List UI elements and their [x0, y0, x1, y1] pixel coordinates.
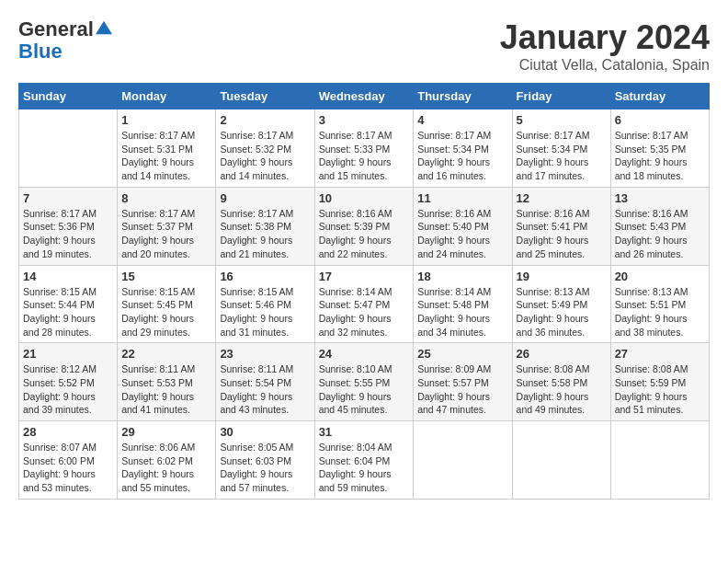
day-number: 16	[220, 270, 310, 283]
day-number: 17	[319, 270, 410, 283]
page-header: General Blue January 2024 Ciutat Vella, …	[18, 18, 710, 74]
month-title: January 2024	[500, 18, 710, 57]
day-number: 3	[319, 113, 410, 127]
day-number: 31	[319, 425, 410, 439]
calendar-cell: 23Sunrise: 8:11 AM Sunset: 5:54 PM Dayli…	[216, 343, 314, 421]
cell-info: Sunrise: 8:12 AM Sunset: 5:52 PM Dayligh…	[23, 362, 113, 417]
calendar-cell: 30Sunrise: 8:05 AM Sunset: 6:03 PM Dayli…	[216, 421, 314, 500]
cell-info: Sunrise: 8:08 AM Sunset: 5:59 PM Dayligh…	[615, 362, 705, 417]
cell-info: Sunrise: 8:10 AM Sunset: 5:55 PM Dayligh…	[319, 362, 410, 417]
calendar-cell: 7Sunrise: 8:17 AM Sunset: 5:36 PM Daylig…	[19, 187, 118, 265]
calendar-cell: 18Sunrise: 8:14 AM Sunset: 5:48 PM Dayli…	[414, 265, 512, 343]
day-number: 5	[517, 113, 607, 127]
calendar-cell: 28Sunrise: 8:07 AM Sunset: 6:00 PM Dayli…	[19, 421, 118, 500]
day-number: 14	[23, 270, 113, 283]
cell-info: Sunrise: 8:15 AM Sunset: 5:46 PM Dayligh…	[220, 285, 310, 339]
cell-info: Sunrise: 8:07 AM Sunset: 6:00 PM Dayligh…	[23, 441, 113, 495]
calendar-table: SundayMondayTuesdayWednesdayThursdayFrid…	[18, 83, 710, 500]
calendar-cell: 16Sunrise: 8:15 AM Sunset: 5:46 PM Dayli…	[216, 265, 314, 343]
day-number: 1	[121, 113, 211, 127]
calendar-cell: 12Sunrise: 8:16 AM Sunset: 5:41 PM Dayli…	[512, 187, 610, 265]
calendar-cell: 25Sunrise: 8:09 AM Sunset: 5:57 PM Dayli…	[414, 343, 512, 421]
calendar-cell: 4Sunrise: 8:17 AM Sunset: 5:34 PM Daylig…	[414, 109, 512, 188]
calendar-cell: 24Sunrise: 8:10 AM Sunset: 5:55 PM Dayli…	[314, 343, 414, 421]
weekday-header: Wednesday	[314, 84, 414, 109]
calendar-cell	[414, 421, 512, 500]
day-number: 23	[220, 347, 310, 361]
cell-info: Sunrise: 8:17 AM Sunset: 5:35 PM Dayligh…	[615, 129, 705, 183]
day-number: 8	[121, 191, 211, 205]
day-number: 13	[615, 191, 705, 205]
cell-info: Sunrise: 8:16 AM Sunset: 5:40 PM Dayligh…	[417, 207, 507, 261]
calendar-cell: 14Sunrise: 8:15 AM Sunset: 5:44 PM Dayli…	[19, 265, 118, 343]
cell-info: Sunrise: 8:17 AM Sunset: 5:32 PM Dayligh…	[220, 129, 310, 183]
calendar-cell: 1Sunrise: 8:17 AM Sunset: 5:31 PM Daylig…	[118, 109, 216, 188]
cell-info: Sunrise: 8:17 AM Sunset: 5:38 PM Dayligh…	[220, 207, 310, 261]
logo: General Blue	[18, 18, 112, 63]
calendar-cell: 27Sunrise: 8:08 AM Sunset: 5:59 PM Dayli…	[610, 343, 709, 421]
calendar-week-row: 7Sunrise: 8:17 AM Sunset: 5:36 PM Daylig…	[19, 187, 710, 265]
calendar-cell: 17Sunrise: 8:14 AM Sunset: 5:47 PM Dayli…	[314, 265, 414, 343]
cell-info: Sunrise: 8:17 AM Sunset: 5:37 PM Dayligh…	[121, 207, 211, 261]
cell-info: Sunrise: 8:17 AM Sunset: 5:34 PM Dayligh…	[417, 129, 507, 183]
calendar-cell: 21Sunrise: 8:12 AM Sunset: 5:52 PM Dayli…	[19, 343, 118, 421]
calendar-week-row: 28Sunrise: 8:07 AM Sunset: 6:00 PM Dayli…	[19, 421, 710, 500]
day-number: 25	[417, 347, 507, 361]
calendar-week-row: 1Sunrise: 8:17 AM Sunset: 5:31 PM Daylig…	[19, 109, 710, 188]
calendar-cell: 15Sunrise: 8:15 AM Sunset: 5:45 PM Dayli…	[118, 265, 216, 343]
calendar-cell	[512, 421, 610, 500]
calendar-cell	[610, 421, 709, 500]
cell-info: Sunrise: 8:17 AM Sunset: 5:31 PM Dayligh…	[121, 129, 211, 183]
calendar-cell: 19Sunrise: 8:13 AM Sunset: 5:49 PM Dayli…	[512, 265, 610, 343]
day-number: 22	[121, 347, 211, 361]
cell-info: Sunrise: 8:17 AM Sunset: 5:36 PM Dayligh…	[23, 207, 113, 261]
cell-info: Sunrise: 8:15 AM Sunset: 5:44 PM Dayligh…	[23, 285, 113, 339]
day-number: 27	[615, 347, 705, 361]
cell-info: Sunrise: 8:15 AM Sunset: 5:45 PM Dayligh…	[121, 285, 211, 339]
cell-info: Sunrise: 8:09 AM Sunset: 5:57 PM Dayligh…	[417, 362, 507, 417]
cell-info: Sunrise: 8:13 AM Sunset: 5:49 PM Dayligh…	[517, 285, 607, 339]
cell-info: Sunrise: 8:04 AM Sunset: 6:04 PM Dayligh…	[319, 441, 410, 495]
calendar-cell	[19, 109, 118, 188]
weekday-header: Sunday	[19, 84, 118, 109]
day-number: 18	[417, 270, 507, 283]
day-number: 24	[319, 347, 410, 361]
cell-info: Sunrise: 8:17 AM Sunset: 5:33 PM Dayligh…	[319, 129, 410, 183]
day-number: 12	[517, 191, 607, 205]
location: Ciutat Vella, Catalonia, Spain	[500, 57, 710, 74]
cell-info: Sunrise: 8:11 AM Sunset: 5:54 PM Dayligh…	[220, 362, 310, 417]
cell-info: Sunrise: 8:17 AM Sunset: 5:34 PM Dayligh…	[517, 129, 607, 183]
calendar-week-row: 21Sunrise: 8:12 AM Sunset: 5:52 PM Dayli…	[19, 343, 710, 421]
cell-info: Sunrise: 8:11 AM Sunset: 5:53 PM Dayligh…	[121, 362, 211, 417]
day-number: 7	[23, 191, 113, 205]
calendar-cell: 26Sunrise: 8:08 AM Sunset: 5:58 PM Dayli…	[512, 343, 610, 421]
weekday-header: Monday	[118, 84, 216, 109]
calendar-cell: 22Sunrise: 8:11 AM Sunset: 5:53 PM Dayli…	[118, 343, 216, 421]
weekday-header: Thursday	[414, 84, 512, 109]
day-number: 6	[615, 113, 705, 127]
calendar-cell: 20Sunrise: 8:13 AM Sunset: 5:51 PM Dayli…	[610, 265, 709, 343]
calendar-cell: 10Sunrise: 8:16 AM Sunset: 5:39 PM Dayli…	[314, 187, 414, 265]
calendar-week-row: 14Sunrise: 8:15 AM Sunset: 5:44 PM Dayli…	[19, 265, 710, 343]
svg-marker-0	[96, 21, 112, 34]
calendar-cell: 11Sunrise: 8:16 AM Sunset: 5:40 PM Dayli…	[414, 187, 512, 265]
cell-info: Sunrise: 8:08 AM Sunset: 5:58 PM Dayligh…	[517, 362, 607, 417]
day-number: 29	[121, 425, 211, 439]
cell-info: Sunrise: 8:06 AM Sunset: 6:02 PM Dayligh…	[121, 441, 211, 495]
calendar-cell: 13Sunrise: 8:16 AM Sunset: 5:43 PM Dayli…	[610, 187, 709, 265]
day-number: 4	[417, 113, 507, 127]
day-number: 20	[615, 270, 705, 283]
day-number: 11	[417, 191, 507, 205]
cell-info: Sunrise: 8:13 AM Sunset: 5:51 PM Dayligh…	[615, 285, 705, 339]
calendar-cell: 29Sunrise: 8:06 AM Sunset: 6:02 PM Dayli…	[118, 421, 216, 500]
calendar-cell: 9Sunrise: 8:17 AM Sunset: 5:38 PM Daylig…	[216, 187, 314, 265]
day-number: 26	[517, 347, 607, 361]
day-number: 10	[319, 191, 410, 205]
day-number: 19	[517, 270, 607, 283]
calendar-cell: 31Sunrise: 8:04 AM Sunset: 6:04 PM Dayli…	[314, 421, 414, 500]
cell-info: Sunrise: 8:16 AM Sunset: 5:43 PM Dayligh…	[615, 207, 705, 261]
weekday-header: Tuesday	[216, 84, 314, 109]
weekday-header-row: SundayMondayTuesdayWednesdayThursdayFrid…	[19, 84, 710, 109]
calendar-cell: 8Sunrise: 8:17 AM Sunset: 5:37 PM Daylig…	[118, 187, 216, 265]
cell-info: Sunrise: 8:16 AM Sunset: 5:39 PM Dayligh…	[319, 207, 410, 261]
